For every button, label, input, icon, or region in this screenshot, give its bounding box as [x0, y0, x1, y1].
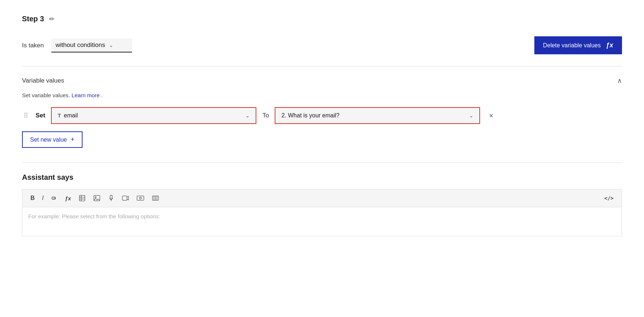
section-desc-suffix: .	[101, 92, 103, 98]
svg-rect-7	[122, 196, 127, 200]
remove-set-row-button[interactable]: ×	[486, 110, 496, 121]
assistant-says-title: Assistant says	[22, 173, 622, 182]
assistant-says-section: Assistant says B I ƒx	[22, 173, 622, 236]
is-taken-label: Is taken	[22, 42, 44, 49]
variable-values-title: Variable values	[22, 77, 64, 84]
set-dropdown-inner: T email	[58, 112, 78, 119]
to-dropdown-chevron-icon: ⌄	[469, 113, 473, 119]
bold-button[interactable]: B	[28, 193, 38, 204]
delete-button-label: Delete variable values	[543, 42, 601, 49]
audio-button[interactable]	[105, 192, 117, 204]
set-variable-row: ⠿ Set T email ⌄ To 2. What is your email…	[22, 107, 622, 124]
code-view-button[interactable]: </>	[601, 193, 616, 203]
set-new-value-button[interactable]: Set new value +	[22, 131, 83, 148]
to-label: To	[262, 112, 269, 119]
delete-variable-values-button[interactable]: Delete variable values ƒx	[534, 36, 622, 54]
step-title: Step 3	[22, 15, 44, 23]
svg-rect-4	[94, 196, 100, 201]
table-formula-button[interactable]	[76, 192, 89, 204]
step-header: Step 3 ✏	[22, 15, 622, 23]
learn-more-link[interactable]: Learn more	[72, 92, 100, 98]
link-button[interactable]	[48, 193, 61, 203]
condition-row: Is taken without conditions ⌄ Delete var…	[22, 36, 622, 54]
video-icon	[122, 195, 129, 201]
fx-formula-button[interactable]: ƒx	[62, 193, 74, 204]
set-variable-dropdown[interactable]: T email ⌄	[51, 107, 256, 124]
svg-point-9	[139, 197, 141, 199]
to-dropdown-value: 2. What is your email?	[281, 112, 339, 119]
fx-icon: ƒx	[606, 41, 613, 49]
edit-icon[interactable]: ✏	[49, 15, 55, 23]
editor-toolbar: B I ƒx	[22, 189, 622, 207]
condition-dropdown-text: without conditions	[56, 41, 105, 49]
set-dropdown-value: email	[64, 112, 78, 119]
condition-chevron-icon: ⌄	[109, 42, 113, 48]
drag-handle-icon[interactable]: ⠿	[22, 112, 30, 120]
editor-area[interactable]: For example: Please select from the foll…	[22, 207, 622, 236]
plus-icon: +	[71, 136, 75, 143]
preview-icon	[136, 195, 144, 201]
image-icon	[93, 195, 100, 201]
text-type-icon: T	[58, 113, 60, 119]
divider-top	[22, 66, 622, 66]
set-label: Set	[36, 112, 45, 119]
editor-placeholder: For example: Please select from the foll…	[28, 213, 160, 219]
to-variable-dropdown[interactable]: 2. What is your email? ⌄	[275, 107, 480, 124]
audio-icon	[108, 194, 114, 202]
columns-icon	[152, 195, 159, 201]
variable-values-section-header: Variable values ∧	[22, 77, 622, 85]
section-description: Set variable values. Learn more .	[22, 92, 622, 98]
table-formula-icon	[78, 194, 86, 202]
italic-button[interactable]: I	[39, 193, 47, 204]
svg-point-5	[95, 197, 96, 198]
image-button[interactable]	[90, 193, 103, 204]
preview-button[interactable]	[133, 193, 147, 203]
collapse-icon[interactable]: ∧	[617, 77, 622, 85]
svg-rect-8	[137, 196, 144, 200]
svg-rect-0	[79, 196, 85, 201]
page-container: Step 3 ✏ Is taken without conditions ⌄ D…	[0, 0, 644, 251]
condition-dropdown[interactable]: without conditions ⌄	[51, 39, 132, 52]
video-button[interactable]	[119, 193, 132, 203]
columns-button[interactable]	[149, 193, 162, 203]
section-desc-text: Set variable values.	[22, 92, 72, 98]
set-new-value-label: Set new value	[30, 136, 67, 143]
link-icon	[51, 196, 58, 201]
divider-bottom	[22, 163, 622, 163]
set-dropdown-chevron-icon: ⌄	[245, 113, 250, 119]
